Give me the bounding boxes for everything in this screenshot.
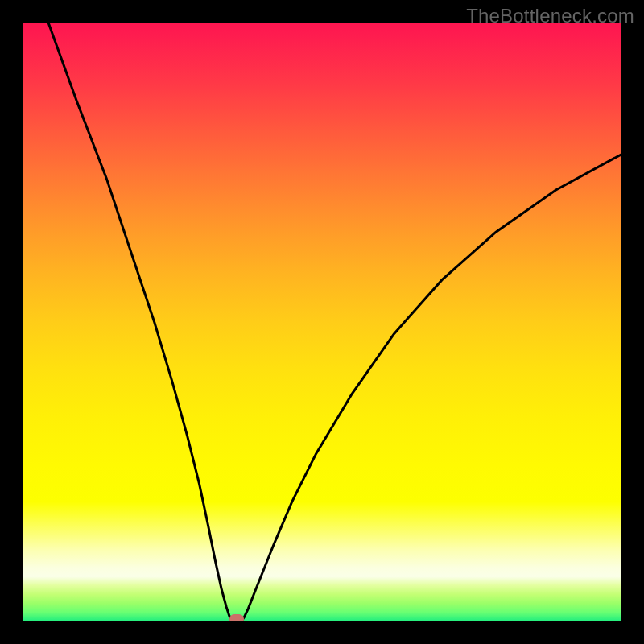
- watermark-text: TheBottleneck.com: [466, 5, 634, 27]
- plot-area: [23, 23, 621, 621]
- bottleneck-curve: [23, 23, 621, 621]
- minimum-marker: [229, 614, 244, 621]
- chart-frame: TheBottleneck.com: [0, 0, 644, 644]
- curve-right-branch: [242, 155, 621, 621]
- curve-left-branch: [48, 23, 232, 621]
